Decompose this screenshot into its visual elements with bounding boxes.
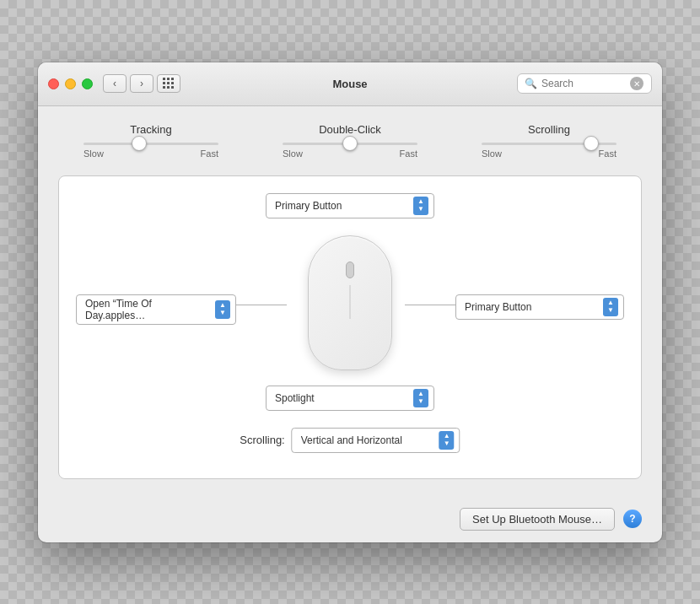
right-connector-line <box>405 305 455 305</box>
double-click-label: Double-Click <box>319 123 381 136</box>
close-button[interactable] <box>48 78 59 89</box>
forward-button[interactable]: › <box>130 74 153 93</box>
left-connector-line <box>236 305 287 305</box>
tracking-slider-labels: Slow Fast <box>83 148 218 159</box>
primary-button-top-dropdown[interactable]: Primary Button ▲ ▼ <box>266 193 434 218</box>
main-window: ‹ › Mouse 🔍 ✕ Tracking Slow Fas <box>38 62 662 542</box>
nav-buttons: ‹ › <box>103 74 153 93</box>
double-click-slider-group: Double-Click Slow Fast <box>266 123 434 159</box>
mouse-body <box>308 235 392 370</box>
chevron-down-icon: ▼ <box>417 206 424 213</box>
scrolling-row: Scrolling: Vertical and Horizontal ▲ ▼ <box>240 428 460 453</box>
scrolling-dropdown-label: Scrolling: <box>240 434 284 446</box>
tracking-slow-label: Slow <box>83 148 104 159</box>
double-click-slider[interactable] <box>283 143 417 145</box>
grid-icon <box>163 78 175 89</box>
chevron-up-icon: ▲ <box>607 299 614 306</box>
tracking-slider[interactable] <box>83 143 218 145</box>
spotlight-dropdown-container: Spotlight ▲ ▼ <box>266 386 434 411</box>
scrolling-slider-labels: Slow Fast <box>482 148 617 159</box>
maximize-button[interactable] <box>82 78 93 89</box>
mouse-divider <box>350 285 351 319</box>
content-area: Tracking Slow Fast Double-Click Slow Fas… <box>38 106 662 496</box>
chevron-up-icon: ▲ <box>219 302 226 309</box>
chevron-down-icon: ▼ <box>444 440 450 447</box>
spotlight-dropdown-arrows: ▲ ▼ <box>413 389 428 407</box>
primary-button-top-dropdown-arrows: ▲ ▼ <box>413 197 428 215</box>
mouse-scroll-wheel <box>346 262 354 278</box>
scrolling-fast-label: Fast <box>599 148 617 159</box>
mouse-panel: Primary Button ▲ ▼ O <box>58 175 642 479</box>
scrolling-dropdown[interactable]: Vertical and Horizontal ▲ ▼ <box>292 428 460 453</box>
scrolling-dropdown-text: Vertical and Horizontal <box>301 434 436 446</box>
scrolling-slider-group: Scrolling Slow Fast <box>465 123 633 159</box>
search-bar[interactable]: 🔍 ✕ <box>517 73 652 94</box>
double-click-slider-labels: Slow Fast <box>283 148 417 159</box>
right-button-dropdown-text: Primary Button <box>465 301 600 313</box>
bottom-bar: Set Up Bluetooth Mouse… ? <box>38 496 662 542</box>
scrolling-slow-label: Slow <box>482 148 502 159</box>
minimize-button[interactable] <box>65 78 76 89</box>
search-icon: 🔍 <box>525 78 537 89</box>
right-dropdown-container: Primary Button ▲ ▼ <box>455 294 624 320</box>
top-center-dropdown-container: Primary Button ▲ ▼ <box>266 193 434 218</box>
search-clear-button[interactable]: ✕ <box>630 77 643 90</box>
back-button[interactable]: ‹ <box>103 74 127 93</box>
spotlight-dropdown-text: Spotlight <box>275 392 410 404</box>
titlebar: ‹ › Mouse 🔍 ✕ <box>38 62 662 106</box>
mouse-image <box>291 227 409 379</box>
scrolling-slider-label: Scrolling <box>528 123 570 136</box>
scrolling-dropdown-arrows: ▲ ▼ <box>439 431 455 450</box>
left-button-dropdown-arrows: ▲ ▼ <box>215 300 230 319</box>
window-title: Mouse <box>332 78 367 90</box>
setup-bluetooth-button[interactable]: Set Up Bluetooth Mouse… <box>460 508 615 531</box>
chevron-up-icon: ▲ <box>417 391 424 397</box>
double-click-slow-label: Slow <box>283 148 303 159</box>
tracking-fast-label: Fast <box>201 148 218 159</box>
sliders-section: Tracking Slow Fast Double-Click Slow Fas… <box>58 123 642 159</box>
right-button-dropdown-arrows: ▲ ▼ <box>603 298 618 316</box>
grid-view-button[interactable] <box>157 74 180 93</box>
tracking-label: Tracking <box>130 123 171 136</box>
scrolling-slider[interactable] <box>482 143 617 145</box>
primary-button-top-dropdown-text: Primary Button <box>275 200 410 212</box>
chevron-up-icon: ▲ <box>444 433 450 440</box>
chevron-down-icon: ▼ <box>219 310 226 316</box>
left-dropdown-container: Open “Time Of Day.apples… ▲ ▼ <box>76 294 236 325</box>
help-button[interactable]: ? <box>623 510 642 528</box>
left-button-dropdown[interactable]: Open “Time Of Day.apples… ▲ ▼ <box>76 294 236 325</box>
right-button-dropdown[interactable]: Primary Button ▲ ▼ <box>455 294 624 320</box>
chevron-down-icon: ▼ <box>417 398 424 405</box>
double-click-fast-label: Fast <box>400 148 417 159</box>
chevron-up-icon: ▲ <box>417 198 424 205</box>
spotlight-dropdown[interactable]: Spotlight ▲ ▼ <box>266 386 434 411</box>
left-button-dropdown-text: Open “Time Of Day.apples… <box>85 298 212 321</box>
tracking-slider-group: Tracking Slow Fast <box>67 123 235 159</box>
search-input[interactable] <box>541 78 626 89</box>
traffic-lights <box>48 78 93 89</box>
chevron-down-icon: ▼ <box>607 307 614 314</box>
